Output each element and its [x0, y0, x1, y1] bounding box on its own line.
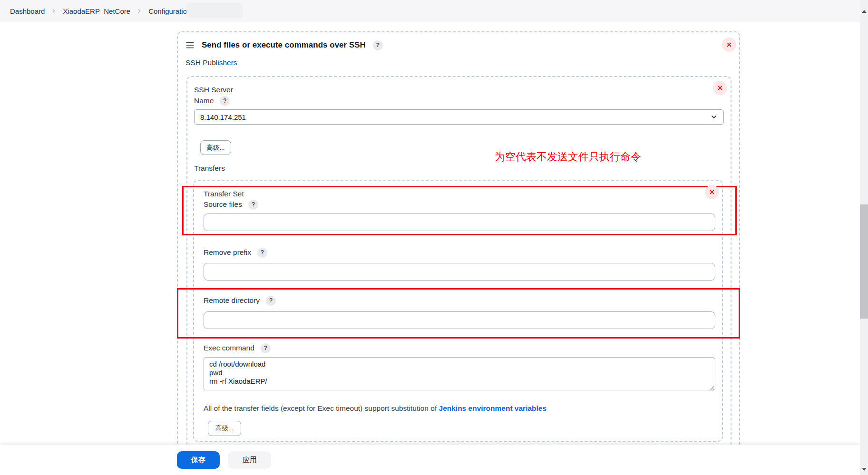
exec-command-textarea[interactable]: cd /root/download pwd rm -rf XiaodaERP/ [204, 357, 715, 390]
help-icon[interactable]: ? [220, 96, 230, 106]
transfer-fields-note: All of the transfer fields (except for E… [204, 404, 546, 413]
remove-prefix-label: Remove prefix [204, 248, 251, 257]
advanced-button-2[interactable]: 高级... [208, 421, 241, 436]
chevron-right-icon [136, 8, 143, 14]
help-icon[interactable]: ? [266, 296, 276, 306]
breadcrumb-dashboard[interactable]: Dashboard [10, 7, 45, 15]
jenkins-configure-page: Dashboard XiaodaERP_NetCore Configuratio… [0, 0, 868, 475]
name-label: Name [194, 97, 214, 105]
delete-publisher-button[interactable]: ✕ [713, 81, 727, 95]
footer-bar: 保存 应用 [0, 445, 860, 475]
apply-button[interactable]: 应用 [228, 451, 271, 469]
jenkins-env-variables-link[interactable]: Jenkins environment variables [439, 404, 547, 412]
help-icon[interactable]: ? [373, 40, 383, 50]
save-button[interactable]: 保存 [177, 451, 220, 469]
remove-prefix-input[interactable] [204, 263, 715, 281]
help-icon[interactable]: ? [248, 200, 258, 210]
delete-step-button[interactable]: ✕ [722, 38, 736, 52]
breadcrumb-job[interactable]: XiaodaERP_NetCore [63, 7, 130, 15]
step-title: Send files or execute commands over SSH [202, 40, 366, 50]
ssh-server-label: SSH Server [194, 86, 233, 94]
note-text: All of the transfer fields (except for E… [204, 404, 439, 412]
help-icon[interactable]: ? [261, 343, 271, 353]
source-files-label: Source files [204, 200, 242, 209]
scrollbar[interactable] [860, 0, 868, 475]
step-header: Send files or execute commands over SSH … [185, 39, 383, 51]
transfers-label: Transfers [194, 164, 225, 173]
transfer-set-label: Transfer Set [204, 190, 244, 198]
advanced-button[interactable]: 高级... [200, 140, 231, 155]
remote-directory-label: Remote directory [204, 296, 260, 305]
help-icon[interactable]: ? [257, 248, 267, 258]
remote-directory-input[interactable] [204, 311, 715, 329]
chevron-down-icon [710, 113, 718, 121]
ssh-server-select[interactable]: 8.140.174.251 [194, 109, 724, 125]
build-step-config-area: Send files or execute commands over SSH … [0, 22, 860, 445]
source-files-input[interactable] [204, 213, 715, 231]
delete-transfer-set-button[interactable]: ✕ [705, 185, 719, 199]
scroll-down-arrow[interactable] [862, 468, 867, 471]
annotation-empty-hint: 为空代表不发送文件只执行命令 [495, 150, 641, 164]
scroll-up-arrow[interactable] [862, 10, 867, 13]
scrollbar-thumb[interactable] [860, 204, 868, 319]
ssh-server-selected-value: 8.140.174.251 [200, 113, 246, 121]
ssh-publishers-label: SSH Publishers [185, 58, 237, 67]
breadcrumb: Dashboard XiaodaERP_NetCore Configuratio… [0, 0, 860, 22]
breadcrumb-configuration[interactable]: Configuration [148, 7, 191, 15]
exec-command-label: Exec command [204, 344, 254, 352]
drag-handle-icon[interactable] [185, 41, 195, 49]
chevron-right-icon [50, 8, 57, 14]
breadcrumb-highlight [186, 3, 243, 19]
